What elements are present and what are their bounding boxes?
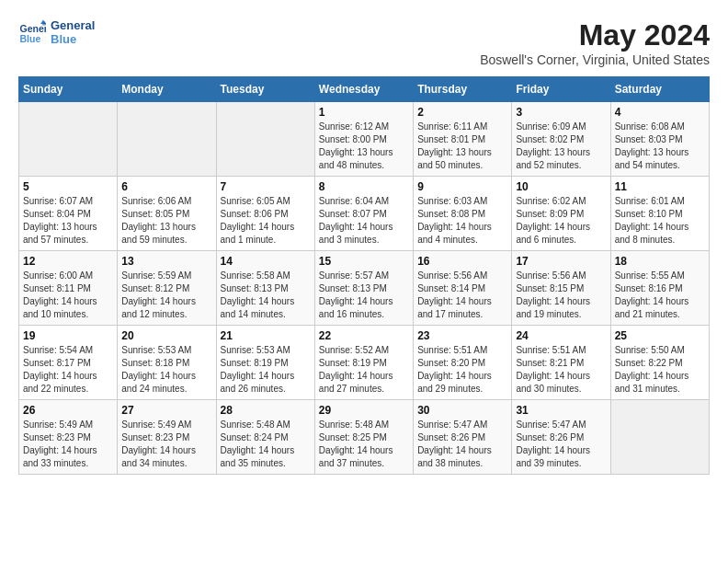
day-info: Sunrise: 5:49 AM Sunset: 8:23 PM Dayligh… — [23, 419, 113, 470]
day-info: Sunrise: 5:58 AM Sunset: 8:13 PM Dayligh… — [221, 270, 311, 321]
day-info: Sunrise: 6:00 AM Sunset: 8:11 PM Dayligh… — [23, 270, 113, 321]
day-number: 7 — [221, 180, 311, 193]
calendar-cell — [118, 102, 216, 177]
calendar-cell — [610, 400, 709, 475]
calendar-cell: 7Sunrise: 6:05 AM Sunset: 8:06 PM Daylig… — [216, 177, 314, 251]
calendar-cell: 24Sunrise: 5:51 AM Sunset: 8:21 PM Dayli… — [512, 326, 610, 400]
day-info: Sunrise: 5:57 AM Sunset: 8:13 PM Dayligh… — [319, 270, 409, 321]
day-number: 24 — [516, 329, 606, 342]
calendar-cell: 14Sunrise: 5:58 AM Sunset: 8:13 PM Dayli… — [216, 251, 314, 326]
calendar: SundayMondayTuesdayWednesdayThursdayFrid… — [18, 76, 710, 475]
day-number: 29 — [319, 404, 409, 417]
day-info: Sunrise: 6:06 AM Sunset: 8:05 PM Dayligh… — [121, 195, 211, 247]
calendar-week-3: 12Sunrise: 6:00 AM Sunset: 8:11 PM Dayli… — [19, 251, 710, 326]
logo: General Blue General Blue — [18, 18, 95, 46]
day-info: Sunrise: 6:12 AM Sunset: 8:00 PM Dayligh… — [319, 121, 409, 172]
calendar-cell: 28Sunrise: 5:48 AM Sunset: 8:24 PM Dayli… — [216, 400, 314, 475]
calendar-cell: 2Sunrise: 6:11 AM Sunset: 8:01 PM Daylig… — [414, 102, 512, 177]
calendar-cell — [216, 102, 314, 177]
day-number: 14 — [221, 255, 311, 268]
calendar-cell: 25Sunrise: 5:50 AM Sunset: 8:22 PM Dayli… — [610, 326, 709, 400]
day-number: 12 — [23, 255, 113, 268]
day-info: Sunrise: 5:52 AM Sunset: 8:19 PM Dayligh… — [319, 344, 409, 396]
calendar-week-5: 26Sunrise: 5:49 AM Sunset: 8:23 PM Dayli… — [19, 400, 710, 475]
calendar-week-1: 1Sunrise: 6:12 AM Sunset: 8:00 PM Daylig… — [19, 102, 710, 177]
calendar-cell: 31Sunrise: 5:47 AM Sunset: 8:26 PM Dayli… — [512, 400, 610, 475]
day-info: Sunrise: 5:47 AM Sunset: 8:26 PM Dayligh… — [516, 419, 606, 470]
calendar-cell: 17Sunrise: 5:56 AM Sunset: 8:15 PM Dayli… — [512, 251, 610, 326]
month-title: May 2024 — [480, 18, 710, 52]
calendar-week-4: 19Sunrise: 5:54 AM Sunset: 8:17 PM Dayli… — [19, 326, 710, 400]
svg-text:Blue: Blue — [20, 33, 41, 44]
day-number: 8 — [319, 180, 409, 193]
weekday-header-monday: Monday — [118, 77, 216, 102]
day-info: Sunrise: 5:53 AM Sunset: 8:19 PM Dayligh… — [221, 344, 311, 396]
day-number: 26 — [23, 404, 113, 417]
day-number: 25 — [615, 329, 705, 342]
day-info: Sunrise: 5:59 AM Sunset: 8:12 PM Dayligh… — [121, 270, 211, 321]
logo-icon: General Blue — [18, 18, 46, 46]
day-number: 6 — [121, 180, 211, 193]
day-info: Sunrise: 5:47 AM Sunset: 8:26 PM Dayligh… — [417, 419, 507, 470]
day-number: 3 — [516, 106, 606, 119]
calendar-cell: 29Sunrise: 5:48 AM Sunset: 8:25 PM Dayli… — [314, 400, 413, 475]
weekday-header-friday: Friday — [512, 77, 610, 102]
calendar-week-2: 5Sunrise: 6:07 AM Sunset: 8:04 PM Daylig… — [19, 177, 710, 251]
calendar-cell: 10Sunrise: 6:02 AM Sunset: 8:09 PM Dayli… — [512, 177, 610, 251]
location-title: Boswell's Corner, Virginia, United State… — [480, 52, 710, 67]
day-number: 23 — [417, 329, 507, 342]
day-info: Sunrise: 5:48 AM Sunset: 8:24 PM Dayligh… — [221, 419, 311, 470]
calendar-cell: 19Sunrise: 5:54 AM Sunset: 8:17 PM Dayli… — [19, 326, 118, 400]
day-info: Sunrise: 6:08 AM Sunset: 8:03 PM Dayligh… — [615, 121, 705, 172]
day-number: 18 — [615, 255, 705, 268]
calendar-cell: 30Sunrise: 5:47 AM Sunset: 8:26 PM Dayli… — [414, 400, 512, 475]
day-info: Sunrise: 5:54 AM Sunset: 8:17 PM Dayligh… — [23, 344, 113, 396]
calendar-cell: 6Sunrise: 6:06 AM Sunset: 8:05 PM Daylig… — [118, 177, 216, 251]
day-number: 20 — [121, 329, 211, 342]
calendar-cell: 9Sunrise: 6:03 AM Sunset: 8:08 PM Daylig… — [414, 177, 512, 251]
day-number: 11 — [615, 180, 705, 193]
weekday-header-tuesday: Tuesday — [216, 77, 314, 102]
day-number: 30 — [417, 404, 507, 417]
calendar-cell: 4Sunrise: 6:08 AM Sunset: 8:03 PM Daylig… — [610, 102, 709, 177]
calendar-cell: 22Sunrise: 5:52 AM Sunset: 8:19 PM Dayli… — [314, 326, 413, 400]
day-number: 31 — [516, 404, 606, 417]
calendar-cell: 3Sunrise: 6:09 AM Sunset: 8:02 PM Daylig… — [512, 102, 610, 177]
day-info: Sunrise: 6:03 AM Sunset: 8:08 PM Dayligh… — [417, 195, 507, 247]
logo-line2: Blue — [51, 32, 95, 46]
calendar-cell: 20Sunrise: 5:53 AM Sunset: 8:18 PM Dayli… — [118, 326, 216, 400]
day-info: Sunrise: 5:51 AM Sunset: 8:21 PM Dayligh… — [516, 344, 606, 396]
calendar-cell: 8Sunrise: 6:04 AM Sunset: 8:07 PM Daylig… — [314, 177, 413, 251]
day-number: 4 — [615, 106, 705, 119]
day-number: 5 — [23, 180, 113, 193]
calendar-cell: 11Sunrise: 6:01 AM Sunset: 8:10 PM Dayli… — [610, 177, 709, 251]
weekday-header-wednesday: Wednesday — [314, 77, 413, 102]
day-info: Sunrise: 5:53 AM Sunset: 8:18 PM Dayligh… — [121, 344, 211, 396]
day-number: 10 — [516, 180, 606, 193]
calendar-cell: 1Sunrise: 6:12 AM Sunset: 8:00 PM Daylig… — [314, 102, 413, 177]
day-info: Sunrise: 6:04 AM Sunset: 8:07 PM Dayligh… — [319, 195, 409, 247]
day-info: Sunrise: 5:49 AM Sunset: 8:23 PM Dayligh… — [121, 419, 211, 470]
day-number: 21 — [221, 329, 311, 342]
day-number: 1 — [319, 106, 409, 119]
day-number: 28 — [221, 404, 311, 417]
day-number: 13 — [121, 255, 211, 268]
logo-line1: General — [51, 18, 95, 32]
day-info: Sunrise: 6:09 AM Sunset: 8:02 PM Dayligh… — [516, 121, 606, 172]
day-info: Sunrise: 5:51 AM Sunset: 8:20 PM Dayligh… — [417, 344, 507, 396]
day-number: 2 — [417, 106, 507, 119]
day-info: Sunrise: 5:48 AM Sunset: 8:25 PM Dayligh… — [319, 419, 409, 470]
day-info: Sunrise: 6:07 AM Sunset: 8:04 PM Dayligh… — [23, 195, 113, 247]
day-info: Sunrise: 6:01 AM Sunset: 8:10 PM Dayligh… — [615, 195, 705, 247]
day-number: 17 — [516, 255, 606, 268]
calendar-cell: 12Sunrise: 6:00 AM Sunset: 8:11 PM Dayli… — [19, 251, 118, 326]
weekday-header-thursday: Thursday — [414, 77, 512, 102]
calendar-cell: 26Sunrise: 5:49 AM Sunset: 8:23 PM Dayli… — [19, 400, 118, 475]
day-info: Sunrise: 5:56 AM Sunset: 8:14 PM Dayligh… — [417, 270, 507, 321]
calendar-cell — [19, 102, 118, 177]
day-info: Sunrise: 5:55 AM Sunset: 8:16 PM Dayligh… — [615, 270, 705, 321]
calendar-cell: 21Sunrise: 5:53 AM Sunset: 8:19 PM Dayli… — [216, 326, 314, 400]
weekday-header-sunday: Sunday — [19, 77, 118, 102]
calendar-cell: 5Sunrise: 6:07 AM Sunset: 8:04 PM Daylig… — [19, 177, 118, 251]
day-number: 9 — [417, 180, 507, 193]
